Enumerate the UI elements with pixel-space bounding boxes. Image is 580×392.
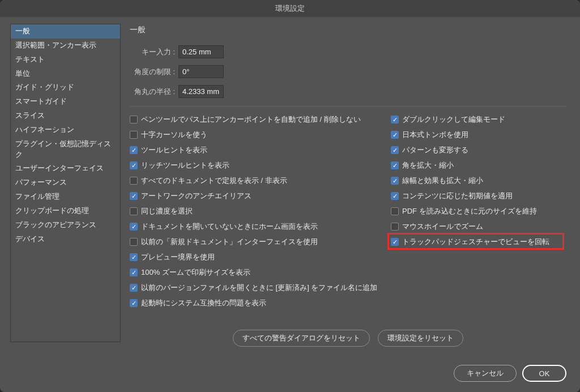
sidebar-item[interactable]: スマートガイド [11, 95, 120, 109]
checkbox-row[interactable]: 同じ濃度を選択 [130, 206, 379, 216]
checkbox[interactable] [130, 269, 138, 276]
field-key-input: キー入力 : [130, 45, 566, 58]
panel-title: 一般 [130, 25, 566, 35]
sidebar-item[interactable]: ユーザーインターフェイス [11, 161, 120, 176]
checkbox-row[interactable]: すべてのドキュメントで定規を表示 / 非表示 [130, 176, 379, 186]
sidebar-item[interactable]: クリップボードの処理 [11, 204, 120, 218]
checkbox[interactable] [391, 116, 399, 123]
field-angle: 角度の制限 : [130, 65, 566, 78]
checkbox-row[interactable]: 以前のバージョンファイルを開くときに [更新済み] をファイル名に追加 [130, 283, 379, 293]
checkbox-label: トラックパッドジェスチャーでビューを回転 [402, 237, 549, 247]
checkbox-row[interactable]: コンテンツに応じた初期値を適用 [391, 191, 566, 201]
checkbox-label: 100% ズームで印刷サイズを表示 [141, 267, 250, 278]
checkbox-label: アートワークのアンチエイリアス [141, 191, 251, 201]
checkbox-row[interactable]: ダブルクリックして編集モード [391, 114, 566, 125]
radius-field[interactable] [178, 85, 224, 98]
checkbox-row[interactable]: マウスホイールでズーム [391, 221, 566, 232]
checkbox-label: 以前の「新規ドキュメント」インターフェイスを使用 [141, 237, 318, 247]
checkbox-row[interactable]: ドキュメントを開いていないときにホーム画面を表示 [130, 221, 379, 232]
checkbox[interactable] [391, 177, 399, 185]
checkbox-label: すべてのドキュメントで定規を表示 / 非表示 [141, 176, 287, 186]
content-panel: 一般 キー入力 : 角度の制限 : 角丸の半径 : ペンツールでパス上にアンカー… [126, 24, 570, 357]
checkbox-row[interactable]: PDF を読み込むときに元のサイズを維持 [391, 206, 566, 216]
checkbox-row[interactable]: 角を拡大・縮小 [391, 160, 566, 171]
checkbox-label: PDF を読み込むときに元のサイズを維持 [402, 206, 537, 216]
checkbox-row[interactable]: アートワークのアンチエイリアス [130, 191, 379, 201]
field-radius: 角丸の半径 : [130, 85, 566, 98]
checkbox[interactable] [391, 161, 399, 169]
sidebar: 一般選択範囲・アンカー表示テキスト単位ガイド・グリッドスマートガイドスライスハイ… [10, 24, 121, 342]
cancel-button[interactable]: キャンセル [454, 365, 517, 382]
dialog-footer: キャンセル OK [0, 357, 580, 392]
checkbox[interactable] [130, 177, 138, 185]
checkbox[interactable] [130, 192, 138, 200]
ok-button[interactable]: OK [522, 365, 566, 382]
checkbox[interactable] [130, 207, 138, 215]
dialog-title: 環境設定 [275, 3, 305, 14]
checkbox[interactable] [391, 223, 399, 231]
sidebar-item[interactable]: ブラックのアピアランス [11, 218, 120, 232]
sidebar-item[interactable]: 選択範囲・アンカー表示 [11, 39, 120, 53]
checkbox[interactable] [391, 238, 399, 246]
reset-buttons: すべての警告ダイアログをリセット 環境設定をリセット [130, 330, 566, 347]
checkbox-label: 以前のバージョンファイルを開くときに [更新済み] をファイル名に追加 [141, 283, 377, 293]
checkbox-label: 十字カーソルを使う [141, 130, 207, 140]
sidebar-item[interactable]: 単位 [11, 67, 120, 81]
checkbox-label: マウスホイールでズーム [402, 221, 483, 232]
checkbox-row[interactable]: 線幅と効果も拡大・縮小 [391, 176, 566, 186]
sidebar-item[interactable]: ガイド・グリッド [11, 80, 120, 95]
checkbox-label: リッチツールヒントを表示 [141, 160, 229, 171]
checkbox-label: 角を拡大・縮小 [402, 160, 454, 171]
preferences-dialog: 環境設定 一般選択範囲・アンカー表示テキスト単位ガイド・グリッドスマートガイドス… [0, 0, 580, 392]
sidebar-item[interactable]: スライス [11, 109, 120, 123]
key-input-field[interactable] [178, 45, 224, 58]
checkbox[interactable] [391, 192, 399, 200]
checkbox-label: ダブルクリックして編集モード [402, 114, 505, 125]
dialog-body: 一般選択範囲・アンカー表示テキスト単位ガイド・グリッドスマートガイドスライスハイ… [0, 17, 580, 357]
checkbox-row[interactable]: ペンツールでパス上にアンカーポイントを自動で追加 / 削除しない [130, 114, 379, 125]
checkbox[interactable] [130, 146, 138, 154]
sidebar-item[interactable]: プラグイン・仮想記憶ディスク [11, 137, 120, 162]
checkbox[interactable] [391, 131, 399, 139]
sidebar-item[interactable]: ハイフネーション [11, 123, 120, 137]
titlebar: 環境設定 [0, 0, 580, 17]
reset-dialogs-button[interactable]: すべての警告ダイアログをリセット [233, 330, 370, 347]
sidebar-item[interactable]: デバイス [11, 232, 120, 246]
checkbox-row[interactable]: プレビュー境界を使用 [130, 252, 379, 262]
sidebar-item[interactable]: テキスト [11, 53, 120, 67]
checkbox[interactable] [130, 223, 138, 231]
checkbox[interactable] [130, 116, 138, 123]
checkbox[interactable] [130, 161, 138, 169]
checkbox-row[interactable]: 日本式トンボを使用 [391, 130, 566, 140]
checkbox-label: 日本式トンボを使用 [402, 130, 468, 140]
checkbox-row[interactable]: 100% ズームで印刷サイズを表示 [130, 267, 379, 278]
field-label: 角度の制限 : [130, 67, 175, 77]
checkbox-row[interactable]: 十字カーソルを使う [130, 130, 379, 140]
sidebar-item[interactable]: 一般 [11, 24, 120, 39]
reset-prefs-button[interactable]: 環境設定をリセット [378, 330, 463, 347]
checkbox-row[interactable]: ツールヒントを表示 [130, 145, 379, 155]
checkbox-label: ツールヒントを表示 [141, 145, 207, 155]
checkbox[interactable] [130, 238, 138, 246]
checkbox[interactable] [391, 207, 399, 215]
checkbox-row[interactable]: リッチツールヒントを表示 [130, 160, 379, 171]
checkbox[interactable] [130, 299, 138, 307]
field-label: キー入力 : [130, 47, 175, 57]
checkbox-column-right: ダブルクリックして編集モード日本式トンボを使用パターンも変形する角を拡大・縮小線… [391, 114, 566, 308]
checkbox-label: 同じ濃度を選択 [141, 206, 193, 216]
sidebar-item[interactable]: パフォーマンス [11, 176, 120, 190]
angle-field[interactable] [178, 65, 224, 78]
checkbox-row[interactable]: 以前の「新規ドキュメント」インターフェイスを使用 [130, 237, 379, 247]
checkbox-label: コンテンツに応じた初期値を適用 [402, 191, 513, 201]
checkbox-row[interactable]: トラックパッドジェスチャーでビューを回転 [391, 237, 566, 247]
checkbox-label: ドキュメントを開いていないときにホーム画面を表示 [141, 221, 318, 232]
checkbox-row[interactable]: パターンも変形する [391, 145, 566, 155]
checkbox-label: ペンツールでパス上にアンカーポイントを自動で追加 / 削除しない [141, 114, 361, 125]
checkbox-row[interactable]: 起動時にシステム互換性の問題を表示 [130, 298, 379, 308]
checkbox[interactable] [391, 146, 399, 154]
checkbox-label: プレビュー境界を使用 [141, 252, 215, 262]
checkbox[interactable] [130, 284, 138, 292]
checkbox[interactable] [130, 131, 138, 139]
checkbox[interactable] [130, 253, 138, 261]
sidebar-item[interactable]: ファイル管理 [11, 190, 120, 204]
